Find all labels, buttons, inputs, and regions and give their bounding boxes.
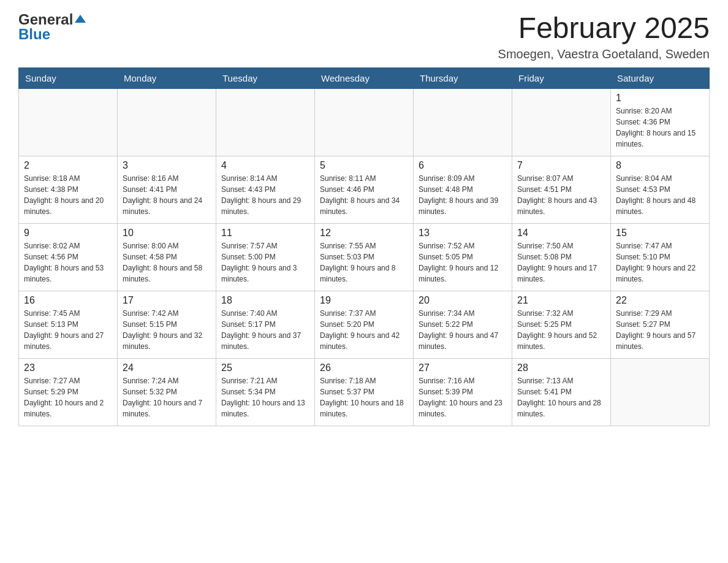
day-number: 18: [221, 295, 309, 306]
day-info: Sunrise: 8:07 AMSunset: 4:51 PMDaylight:…: [517, 173, 605, 217]
header-sunday: Sunday: [19, 67, 118, 88]
table-row: 24Sunrise: 7:24 AMSunset: 5:32 PMDayligh…: [118, 358, 216, 426]
logo-blue: Blue: [18, 27, 50, 42]
table-row: 14Sunrise: 7:50 AMSunset: 5:08 PMDayligh…: [512, 223, 611, 291]
day-number: 6: [419, 160, 507, 171]
day-info: Sunrise: 7:34 AMSunset: 5:22 PMDaylight:…: [419, 308, 507, 352]
day-number: 7: [517, 160, 605, 171]
day-info: Sunrise: 7:18 AMSunset: 5:37 PMDaylight:…: [320, 375, 408, 419]
day-info: Sunrise: 8:09 AMSunset: 4:48 PMDaylight:…: [419, 173, 507, 217]
day-number: 19: [320, 295, 408, 306]
weekday-header-row: Sunday Monday Tuesday Wednesday Thursday…: [19, 67, 710, 88]
table-row: 3Sunrise: 8:16 AMSunset: 4:41 PMDaylight…: [118, 156, 216, 223]
header-saturday: Saturday: [611, 67, 710, 88]
day-info: Sunrise: 7:40 AMSunset: 5:17 PMDaylight:…: [221, 308, 309, 352]
table-row: 16Sunrise: 7:45 AMSunset: 5:13 PMDayligh…: [19, 291, 118, 358]
table-row: 27Sunrise: 7:16 AMSunset: 5:39 PMDayligh…: [414, 358, 512, 426]
day-info: Sunrise: 8:02 AMSunset: 4:56 PMDaylight:…: [24, 240, 112, 285]
day-info: Sunrise: 8:11 AMSunset: 4:46 PMDaylight:…: [320, 173, 408, 217]
day-number: 24: [123, 362, 211, 373]
day-number: 16: [24, 295, 112, 306]
table-row: 15Sunrise: 7:47 AMSunset: 5:10 PMDayligh…: [611, 223, 710, 291]
header-friday: Friday: [512, 67, 611, 88]
table-row: 4Sunrise: 8:14 AMSunset: 4:43 PMDaylight…: [216, 156, 315, 223]
day-info: Sunrise: 7:21 AMSunset: 5:34 PMDaylight:…: [221, 375, 309, 419]
day-info: Sunrise: 7:27 AMSunset: 5:29 PMDaylight:…: [24, 375, 112, 419]
header-wednesday: Wednesday: [315, 67, 414, 88]
day-number: 1: [616, 93, 704, 104]
table-row: 10Sunrise: 8:00 AMSunset: 4:58 PMDayligh…: [118, 223, 216, 291]
day-info: Sunrise: 8:20 AMSunset: 4:36 PMDaylight:…: [616, 105, 704, 150]
day-info: Sunrise: 7:50 AMSunset: 5:08 PMDaylight:…: [517, 240, 605, 285]
day-number: 26: [320, 362, 408, 373]
day-info: Sunrise: 7:13 AMSunset: 5:41 PMDaylight:…: [517, 375, 605, 419]
table-row: 23Sunrise: 7:27 AMSunset: 5:29 PMDayligh…: [19, 358, 118, 426]
table-row: 1Sunrise: 8:20 AMSunset: 4:36 PMDaylight…: [611, 88, 710, 156]
day-info: Sunrise: 7:16 AMSunset: 5:39 PMDaylight:…: [419, 375, 507, 419]
month-title: February 2025: [498, 12, 710, 45]
calendar-week-row: 1Sunrise: 8:20 AMSunset: 4:36 PMDaylight…: [19, 88, 710, 156]
table-row: 21Sunrise: 7:32 AMSunset: 5:25 PMDayligh…: [512, 291, 611, 358]
day-number: 8: [616, 160, 704, 171]
day-number: 2: [24, 160, 112, 171]
day-info: Sunrise: 7:47 AMSunset: 5:10 PMDaylight:…: [616, 240, 704, 285]
day-number: 10: [123, 228, 211, 239]
table-row: 20Sunrise: 7:34 AMSunset: 5:22 PMDayligh…: [414, 291, 512, 358]
day-number: 4: [221, 160, 309, 171]
calendar-week-row: 2Sunrise: 8:18 AMSunset: 4:38 PMDaylight…: [19, 156, 710, 223]
table-row: 2Sunrise: 8:18 AMSunset: 4:38 PMDaylight…: [19, 156, 118, 223]
logo-triangle-icon: [75, 15, 86, 23]
table-row: 13Sunrise: 7:52 AMSunset: 5:05 PMDayligh…: [414, 223, 512, 291]
day-info: Sunrise: 7:29 AMSunset: 5:27 PMDaylight:…: [616, 308, 704, 352]
location-title: Smoegen, Vaestra Goetaland, Sweden: [498, 47, 710, 61]
day-info: Sunrise: 7:57 AMSunset: 5:00 PMDaylight:…: [221, 240, 309, 285]
header-monday: Monday: [118, 67, 216, 88]
calendar-table: Sunday Monday Tuesday Wednesday Thursday…: [18, 67, 710, 426]
day-number: 22: [616, 295, 704, 306]
day-number: 28: [517, 362, 605, 373]
day-info: Sunrise: 8:18 AMSunset: 4:38 PMDaylight:…: [24, 173, 112, 217]
day-info: Sunrise: 8:04 AMSunset: 4:53 PMDaylight:…: [616, 173, 704, 217]
day-number: 23: [24, 362, 112, 373]
day-number: 25: [221, 362, 309, 373]
day-number: 15: [616, 228, 704, 239]
table-row: 25Sunrise: 7:21 AMSunset: 5:34 PMDayligh…: [216, 358, 315, 426]
calendar-week-row: 23Sunrise: 7:27 AMSunset: 5:29 PMDayligh…: [19, 358, 710, 426]
day-info: Sunrise: 7:32 AMSunset: 5:25 PMDaylight:…: [517, 308, 605, 352]
day-info: Sunrise: 8:00 AMSunset: 4:58 PMDaylight:…: [123, 240, 211, 285]
title-block: February 2025 Smoegen, Vaestra Goetaland…: [498, 12, 710, 61]
table-row: 11Sunrise: 7:57 AMSunset: 5:00 PMDayligh…: [216, 223, 315, 291]
calendar-week-row: 9Sunrise: 8:02 AMSunset: 4:56 PMDaylight…: [19, 223, 710, 291]
table-row: 18Sunrise: 7:40 AMSunset: 5:17 PMDayligh…: [216, 291, 315, 358]
header-tuesday: Tuesday: [216, 67, 315, 88]
day-number: 20: [419, 295, 507, 306]
day-number: 9: [24, 228, 112, 239]
table-row: [216, 88, 315, 156]
day-number: 11: [221, 228, 309, 239]
table-row: [19, 88, 118, 156]
table-row: 26Sunrise: 7:18 AMSunset: 5:37 PMDayligh…: [315, 358, 414, 426]
day-info: Sunrise: 8:16 AMSunset: 4:41 PMDaylight:…: [123, 173, 211, 217]
day-number: 21: [517, 295, 605, 306]
day-info: Sunrise: 8:14 AMSunset: 4:43 PMDaylight:…: [221, 173, 309, 217]
day-info: Sunrise: 7:52 AMSunset: 5:05 PMDaylight:…: [419, 240, 507, 285]
header-thursday: Thursday: [414, 67, 512, 88]
day-number: 17: [123, 295, 211, 306]
table-row: [315, 88, 414, 156]
day-info: Sunrise: 7:37 AMSunset: 5:20 PMDaylight:…: [320, 308, 408, 352]
day-info: Sunrise: 7:45 AMSunset: 5:13 PMDaylight:…: [24, 308, 112, 352]
table-row: [118, 88, 216, 156]
calendar-week-row: 16Sunrise: 7:45 AMSunset: 5:13 PMDayligh…: [19, 291, 710, 358]
page-header: General Blue February 2025 Smoegen, Vaes…: [18, 12, 710, 61]
table-row: [611, 358, 710, 426]
day-number: 13: [419, 228, 507, 239]
day-number: 14: [517, 228, 605, 239]
table-row: [512, 88, 611, 156]
logo-general: General: [18, 12, 86, 27]
table-row: 9Sunrise: 8:02 AMSunset: 4:56 PMDaylight…: [19, 223, 118, 291]
table-row: 6Sunrise: 8:09 AMSunset: 4:48 PMDaylight…: [414, 156, 512, 223]
day-number: 12: [320, 228, 408, 239]
day-number: 3: [123, 160, 211, 171]
table-row: 12Sunrise: 7:55 AMSunset: 5:03 PMDayligh…: [315, 223, 414, 291]
day-info: Sunrise: 7:24 AMSunset: 5:32 PMDaylight:…: [123, 375, 211, 419]
